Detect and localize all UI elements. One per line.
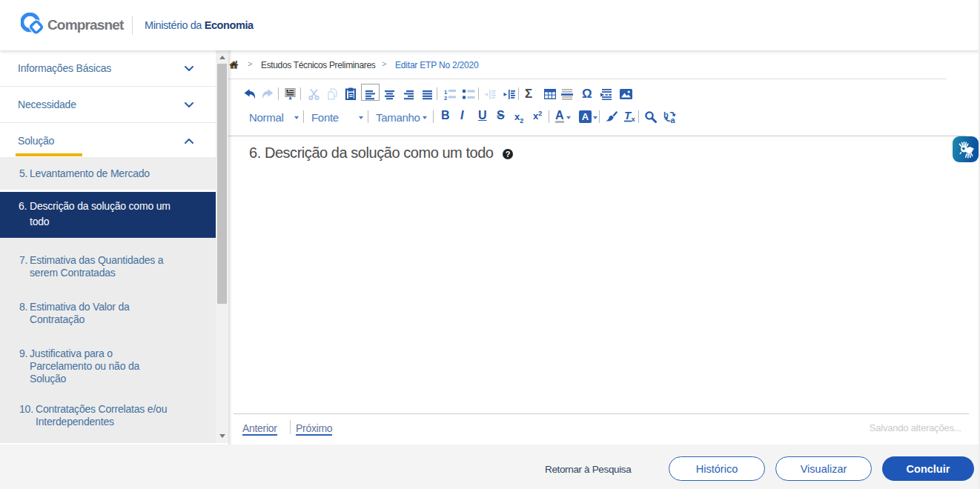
svg-text:x: x (632, 115, 636, 122)
svg-text:2: 2 (444, 95, 447, 100)
svg-text:a: a (671, 116, 676, 124)
